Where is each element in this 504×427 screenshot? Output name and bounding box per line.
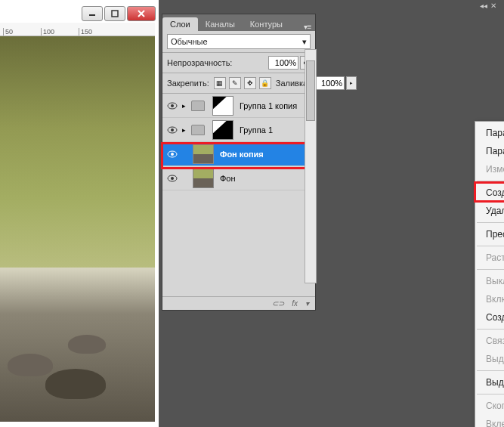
ruler-mark: 50 (3, 28, 41, 36)
menu-link-layers: Связать слои (475, 332, 504, 350)
layer-name[interactable]: Фон (218, 174, 312, 183)
menu-copy-layer-style: Скопировать стиль слоя (475, 397, 504, 415)
menu-separator (477, 269, 504, 270)
menu-blending-options[interactable]: Параметры наложения... (475, 142, 504, 160)
blend-mode-select[interactable]: Обычные (167, 34, 311, 49)
lock-pixels-icon[interactable]: ✎ (229, 77, 241, 89)
layer-list: ▸ Группа 1 копия ▸ Группа 1 Фон копия (162, 94, 315, 296)
menu-create-clipping-mask[interactable]: Создать обтравочную маску (475, 308, 504, 326)
fill-input-group: ▸ (314, 76, 357, 90)
opacity-row: Непрозрачность: ▸ (162, 53, 315, 73)
ruler-horizontal: 50 100 150 (0, 23, 155, 36)
menu-enable-vector-mask: Включить векторную маску (475, 290, 504, 308)
visibility-toggle-icon[interactable] (165, 147, 179, 161)
folder-icon (191, 125, 205, 135)
layers-panel-footer: ⊂⊃ fx ▾ (162, 296, 315, 310)
menu-select-similar[interactable]: Выделить похожие слои (475, 373, 504, 391)
tab-paths[interactable]: Контуры (243, 17, 290, 31)
svg-point-5 (171, 104, 174, 107)
link-layers-icon[interactable]: ⊂⊃ (272, 299, 284, 308)
layers-panel: Слои Каналы Контуры ▾≡ Обычные Непрозрач… (162, 14, 316, 311)
layer-row-group[interactable]: ▸ Группа 1 (162, 118, 315, 142)
menu-separator (477, 370, 504, 371)
svg-point-9 (171, 153, 174, 156)
lock-icons: ▦ ✎ ✥ 🔒 (214, 77, 271, 89)
panel-collapse-icon[interactable]: ◂◂ (480, 2, 487, 9)
layer-effects-icon[interactable]: fx (292, 299, 298, 308)
opacity-input[interactable] (268, 56, 298, 70)
blend-mode-value: Обычные (171, 37, 208, 46)
menu-paste-layer-style: Вклеить стиль слоя (475, 415, 504, 427)
panel-dock-handle[interactable]: ◂◂ ✕ (159, 0, 504, 14)
layer-mask-thumbnail[interactable] (212, 96, 233, 116)
menu-separator (477, 246, 504, 246)
visibility-toggle-icon[interactable] (165, 99, 179, 113)
canvas-image[interactable] (0, 36, 155, 422)
menu-separator (477, 394, 504, 395)
layer-row-image[interactable]: Фон (162, 166, 315, 190)
lock-transparency-icon[interactable]: ▦ (214, 77, 226, 89)
menu-select-linked: Выделить связанные слои (475, 350, 504, 368)
svg-point-11 (171, 177, 174, 180)
window-maximize-button[interactable] (104, 6, 125, 21)
expand-icon[interactable]: ▸ (179, 102, 188, 110)
menu-disable-layer-mask: Выключить слой-маску (475, 272, 504, 290)
visibility-toggle-icon[interactable] (165, 123, 179, 137)
layer-thumbnail[interactable] (193, 144, 214, 164)
panel-menu-button[interactable]: ▾≡ (300, 23, 315, 31)
image-rocks-region (0, 268, 155, 422)
menu-duplicate-layer[interactable]: Создать дубликат слоя... (475, 184, 504, 202)
tab-layers[interactable]: Слои (162, 17, 198, 31)
layer-context-menu: Параметры слоя... Параметры наложения...… (475, 121, 504, 427)
scrollbar-thumb[interactable] (306, 60, 315, 121)
menu-separator (477, 222, 504, 223)
ruler-mark: 150 (79, 28, 116, 36)
menu-edit-adjustment: Изменить корректировку... (475, 160, 504, 178)
lock-fill-row: Закрепить: ▦ ✎ ✥ 🔒 Заливка: ▸ (162, 73, 315, 94)
window-close-button[interactable] (127, 6, 156, 21)
image-sky-region (0, 36, 155, 268)
svg-point-7 (171, 128, 174, 132)
tab-channels[interactable]: Каналы (198, 17, 243, 31)
footer-more-icon: ▾ (305, 299, 309, 308)
fill-input[interactable] (314, 76, 345, 90)
visibility-toggle-icon[interactable] (165, 172, 179, 185)
layer-thumbnail[interactable] (193, 169, 214, 188)
menu-rasterize-layer: Растрировать слой (475, 249, 504, 267)
lock-position-icon[interactable]: ✥ (244, 77, 256, 89)
menu-layer-properties[interactable]: Параметры слоя... (475, 124, 504, 142)
panel-tabs: Слои Каналы Контуры ▾≡ (162, 14, 315, 31)
svg-rect-1 (112, 11, 118, 17)
panel-close-icon[interactable]: ✕ (490, 2, 498, 9)
ruler-mark: 100 (41, 28, 79, 36)
panel-scrollbar[interactable] (305, 49, 317, 283)
layer-row-image-selected[interactable]: Фон копия (162, 142, 315, 166)
layer-name[interactable]: Группа 1 (238, 125, 312, 135)
panel-dock: ◂◂ ✕ Слои Каналы Контуры ▾≡ Обычные Непр… (159, 0, 504, 427)
lock-label: Закрепить: (167, 79, 209, 88)
window-minimize-button[interactable] (82, 6, 103, 21)
opacity-label: Непрозрачность: (167, 58, 232, 67)
menu-separator (477, 329, 504, 330)
layer-mask-thumbnail[interactable] (212, 120, 233, 140)
canvas-area: 50 100 150 (0, 23, 155, 427)
menu-convert-smart-object[interactable]: Преобразовать в смарт-объект (475, 225, 504, 243)
fill-stepper[interactable]: ▸ (346, 76, 357, 90)
folder-icon (191, 101, 205, 111)
blend-opacity-row: Обычные (162, 31, 315, 53)
window-controls (82, 6, 156, 21)
expand-icon[interactable]: ▸ (179, 126, 188, 134)
menu-delete-layer[interactable]: Удалить слой (475, 202, 504, 220)
menu-separator (477, 181, 504, 181)
layer-row-group[interactable]: ▸ Группа 1 копия (162, 94, 315, 118)
layer-name[interactable]: Группа 1 копия (238, 101, 312, 110)
lock-all-icon[interactable]: 🔒 (259, 77, 271, 89)
layer-name[interactable]: Фон копия (218, 150, 312, 159)
